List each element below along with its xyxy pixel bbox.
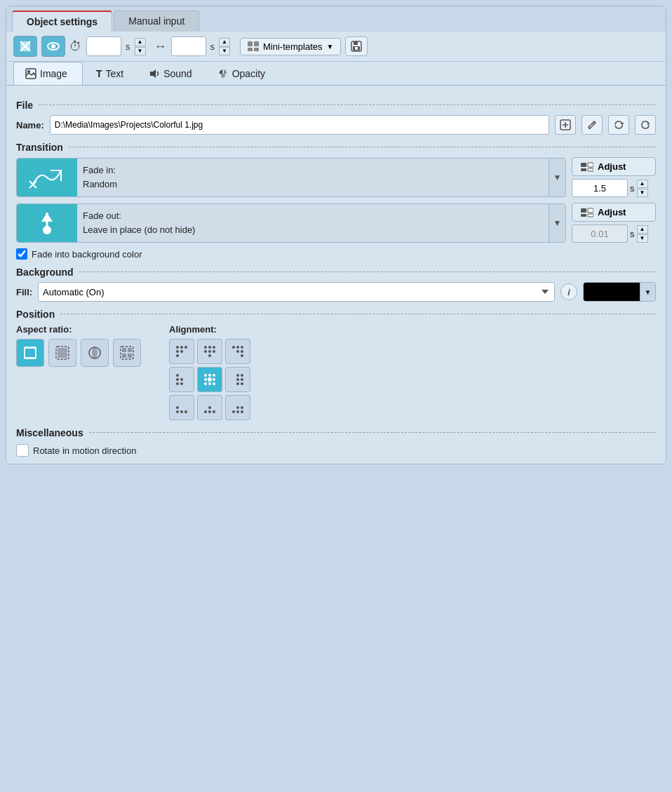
fade-out-down[interactable]: ▼ bbox=[637, 234, 648, 243]
aspect-ratio-label: Aspect ratio: bbox=[16, 324, 141, 335]
fade-out-type: Leave in place (do not hide) bbox=[83, 223, 543, 237]
save-icon bbox=[350, 40, 363, 53]
mask-button[interactable] bbox=[13, 36, 37, 57]
aspect-buttons bbox=[16, 339, 141, 367]
svg-marker-15 bbox=[150, 69, 156, 78]
duration-unit: s bbox=[126, 41, 130, 52]
crop-icon bbox=[54, 344, 71, 361]
svg-point-65 bbox=[180, 382, 183, 385]
duration-down[interactable]: ▼ bbox=[135, 47, 146, 55]
align-middle-left[interactable] bbox=[169, 367, 194, 392]
align-top-center[interactable] bbox=[197, 339, 222, 364]
fade-out-text: Fade out: Leave in place (do not hide) bbox=[77, 209, 549, 236]
mini-templates-icon bbox=[248, 41, 259, 51]
fade-in-up[interactable]: ▲ bbox=[637, 180, 648, 188]
fade-out-up[interactable]: ▲ bbox=[637, 225, 648, 234]
fill-color-dropdown-arrow[interactable]: ▼ bbox=[640, 283, 655, 301]
tab-opacity[interactable]: Opacity bbox=[206, 62, 277, 85]
sound-tab-icon bbox=[149, 68, 160, 79]
tab-manual-input[interactable]: Manual input bbox=[114, 11, 199, 32]
fade-out-dropdown[interactable]: Fade out: Leave in place (do not hide) ▼ bbox=[16, 203, 566, 243]
fill-select[interactable]: Automatic (On) Manual Off bbox=[38, 282, 555, 302]
fade-in-dropdown[interactable]: Fade in: Random ▼ bbox=[16, 158, 566, 197]
align-top-left[interactable] bbox=[169, 339, 194, 364]
fade-out-spinner[interactable]: ▲ ▼ bbox=[637, 225, 648, 243]
svg-point-77 bbox=[236, 378, 239, 381]
file-path-input[interactable] bbox=[50, 115, 549, 135]
svg-rect-40 bbox=[122, 354, 126, 358]
fade-out-duration-input[interactable] bbox=[572, 224, 628, 243]
browse-file-button[interactable] bbox=[555, 115, 576, 135]
position-header-text: Position bbox=[16, 309, 55, 320]
svg-rect-25 bbox=[588, 168, 593, 171]
duration-input[interactable]: 5 bbox=[86, 36, 121, 56]
offset-up[interactable]: ▲ bbox=[219, 38, 230, 46]
fill-color-button[interactable]: ▼ bbox=[583, 282, 656, 302]
svg-rect-23 bbox=[588, 163, 593, 167]
svg-point-86 bbox=[204, 410, 207, 413]
svg-point-76 bbox=[241, 374, 243, 377]
adjust-icon bbox=[581, 162, 593, 172]
fade-in-arrow[interactable]: ▼ bbox=[549, 158, 565, 197]
aspect-stretch-button[interactable] bbox=[81, 339, 109, 367]
duration-up[interactable]: ▲ bbox=[135, 38, 146, 46]
svg-rect-29 bbox=[581, 214, 586, 217]
align-middle-center[interactable] bbox=[197, 367, 222, 392]
misc-row: Rotate in motion direction bbox=[16, 444, 656, 457]
align-bottom-right-icon bbox=[231, 401, 245, 415]
offset-input[interactable]: 0 bbox=[171, 36, 206, 56]
fade-in-duration-input[interactable] bbox=[572, 179, 628, 197]
reset-button[interactable] bbox=[635, 115, 656, 135]
svg-point-46 bbox=[180, 350, 183, 353]
align-middle-right[interactable] bbox=[225, 367, 250, 392]
fade-in-spinner[interactable]: ▲ ▼ bbox=[637, 180, 648, 197]
fade-in-down[interactable]: ▼ bbox=[637, 189, 648, 197]
fade-out-adjust-button[interactable]: Adjust bbox=[572, 203, 656, 222]
svg-rect-27 bbox=[581, 208, 586, 213]
tab-sound[interactable]: Sound bbox=[137, 62, 203, 85]
mini-templates-button[interactable]: Mini-templates ▼ bbox=[240, 38, 341, 55]
svg-point-89 bbox=[236, 406, 239, 409]
fill-info-button[interactable]: i bbox=[560, 283, 577, 300]
svg-point-92 bbox=[236, 410, 239, 413]
save-button[interactable] bbox=[345, 36, 368, 56]
bg-row: Fill: Automatic (On) Manual Off i ▼ bbox=[16, 282, 656, 302]
fade-in-adjust-button[interactable]: Adjust bbox=[572, 157, 656, 176]
fade-background-label: Fade into background color bbox=[32, 249, 142, 260]
aspect-fit-button[interactable] bbox=[16, 339, 44, 367]
svg-point-82 bbox=[176, 410, 179, 413]
svg-point-60 bbox=[241, 354, 243, 357]
duration-spinner[interactable]: ▲ ▼ bbox=[135, 38, 146, 55]
align-bottom-left[interactable] bbox=[169, 395, 194, 420]
tab-text[interactable]: T Text bbox=[84, 62, 135, 85]
tab-object-settings[interactable]: Object settings bbox=[12, 11, 112, 32]
alignment-grid bbox=[169, 339, 250, 420]
fill-label: Fill: bbox=[16, 287, 32, 297]
align-bottom-right[interactable] bbox=[225, 395, 250, 420]
svg-point-88 bbox=[213, 410, 215, 413]
misc-header-text: Miscellaneous bbox=[16, 427, 83, 438]
align-bottom-center-icon bbox=[203, 401, 217, 415]
svg-point-49 bbox=[208, 346, 211, 349]
svg-point-52 bbox=[208, 350, 211, 353]
svg-point-50 bbox=[213, 346, 215, 349]
aspect-crop-button[interactable] bbox=[48, 339, 76, 367]
edit-file-button[interactable] bbox=[582, 115, 603, 135]
align-bottom-center[interactable] bbox=[197, 395, 222, 420]
eye-button[interactable] bbox=[41, 36, 65, 57]
file-name-label: Name: bbox=[16, 120, 44, 130]
align-top-right[interactable] bbox=[225, 339, 250, 364]
offset-down[interactable]: ▼ bbox=[219, 47, 230, 55]
svg-point-43 bbox=[180, 346, 183, 349]
fade-in-label: Fade in: bbox=[83, 163, 543, 177]
aspect-tile-button[interactable] bbox=[113, 339, 141, 367]
fit-icon bbox=[22, 344, 39, 361]
rotate-checkbox[interactable] bbox=[16, 444, 29, 457]
offset-spinner[interactable]: ▲ ▼ bbox=[219, 38, 230, 55]
fade-background-checkbox[interactable] bbox=[16, 248, 27, 260]
svg-point-66 bbox=[204, 374, 207, 377]
tab-image[interactable]: Image bbox=[13, 62, 83, 85]
stretch-icon bbox=[86, 344, 103, 361]
reload-button[interactable] bbox=[608, 115, 629, 135]
fade-out-arrow[interactable]: ▼ bbox=[549, 203, 565, 243]
